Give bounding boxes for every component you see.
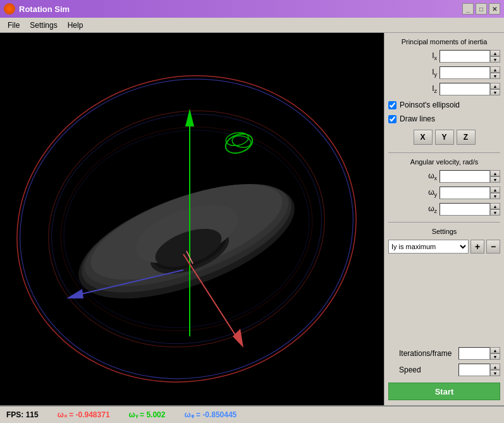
ix-down-btn[interactable]: ▼ (490, 56, 500, 63)
wz-up-btn[interactable]: ▲ (490, 203, 500, 209)
wy-input-group: 5.000000 ▲ ▼ (439, 187, 500, 199)
y-axis-button[interactable]: Y (435, 130, 454, 145)
title-bar: Rotation Sim _ □ ✕ (0, 0, 504, 18)
iy-input-group: 10.000000 ▲ ▼ (439, 66, 500, 79)
maximize-button[interactable]: □ (476, 3, 487, 15)
iz-row: Iz 5.000000 ▲ ▼ (388, 83, 500, 95)
wx-label: ωx (424, 171, 437, 181)
close-button[interactable]: ✕ (489, 3, 500, 15)
wz-down-btn[interactable]: ▼ (490, 209, 500, 216)
ix-spin-buttons: ▲ ▼ (490, 50, 500, 63)
omega-x-display: ωₓ = -0.948371 (58, 410, 110, 419)
x-axis-button[interactable]: X (414, 130, 433, 145)
iz-down-btn[interactable]: ▼ (490, 89, 500, 95)
app-icon (4, 3, 15, 15)
iy-row: Iy 10.000000 ▲ ▼ (388, 66, 500, 79)
poinsot-checkbox[interactable] (388, 101, 396, 109)
settings-section-label: Settings (388, 228, 500, 235)
minus-button[interactable]: − (486, 240, 500, 254)
moments-label: Principal moments of inertia (388, 38, 500, 46)
wz-spin-buttons: ▲ ▼ (490, 203, 500, 216)
wz-label: ωz (424, 204, 437, 214)
iz-spin-buttons: ▲ ▼ (490, 83, 500, 95)
minimize-button[interactable]: _ (462, 3, 474, 15)
fps-display: FPS: 115 (6, 410, 39, 419)
spacer (388, 259, 500, 345)
iterations-spin-buttons: ▲ ▼ (490, 347, 500, 360)
drawlines-row: Draw lines (388, 114, 500, 123)
iterations-down-btn[interactable]: ▼ (490, 353, 500, 360)
poinsot-row: Poinsot's ellipsoid (388, 101, 500, 109)
simulation-canvas (0, 33, 384, 405)
iz-up-btn[interactable]: ▲ (490, 83, 500, 89)
iy-up-btn[interactable]: ▲ (490, 66, 500, 73)
menu-help[interactable]: Help (63, 20, 89, 31)
menu-file[interactable]: File (3, 20, 25, 31)
wy-spin-buttons: ▲ ▼ (490, 187, 500, 199)
iz-input-group: 5.000000 ▲ ▼ (439, 83, 500, 95)
wx-down-btn[interactable]: ▼ (490, 176, 500, 183)
omega-y-display: ωᵧ = 5.002 (129, 410, 166, 419)
iy-down-btn[interactable]: ▼ (490, 73, 500, 79)
ix-input[interactable]: 1.000000 (439, 50, 490, 63)
speed-row: Speed 1.000 ▲ ▼ (388, 364, 500, 376)
speed-up-btn[interactable]: ▲ (490, 364, 500, 370)
speed-spin-buttons: ▲ ▼ (490, 364, 500, 376)
status-bar: FPS: 115 ωₓ = -0.948371 ωᵧ = 5.002 ωᵩ = … (0, 405, 504, 423)
window-title: Rotation Sim (19, 4, 70, 14)
wz-input-group: 0.900000 ▲ ▼ (439, 203, 500, 216)
iterations-row: Iterations/frame 1000 ▲ ▼ (388, 347, 500, 360)
speed-down-btn[interactable]: ▼ (490, 370, 500, 376)
drawlines-checkbox[interactable] (388, 115, 396, 123)
divider-1 (388, 152, 500, 153)
wx-input[interactable]: 0.800000 (439, 170, 490, 183)
wy-down-btn[interactable]: ▼ (490, 193, 500, 199)
iz-label: Iz (424, 84, 437, 94)
title-bar-left: Rotation Sim (4, 3, 70, 15)
iz-input[interactable]: 5.000000 (439, 83, 490, 95)
wy-row: ωy 5.000000 ▲ ▼ (388, 187, 500, 199)
title-bar-controls[interactable]: _ □ ✕ (462, 3, 500, 15)
ix-label: Ix (424, 51, 437, 61)
menu-settings[interactable]: Settings (25, 20, 62, 31)
settings-row: Iy is maximum + − (388, 240, 500, 254)
wx-up-btn[interactable]: ▲ (490, 170, 500, 176)
speed-input-group: 1.000 ▲ ▼ (458, 364, 500, 376)
wx-input-group: 0.800000 ▲ ▼ (439, 170, 500, 183)
settings-select[interactable]: Iy is maximum (388, 240, 469, 254)
start-button[interactable]: Start (388, 383, 500, 400)
iterations-up-btn[interactable]: ▲ (490, 347, 500, 353)
iy-spin-buttons: ▲ ▼ (490, 66, 500, 79)
iterations-label: Iterations/frame (399, 349, 456, 358)
speed-label: Speed (399, 365, 456, 374)
wz-input[interactable]: 0.900000 (439, 203, 490, 216)
wy-up-btn[interactable]: ▲ (490, 187, 500, 193)
menu-bar: File Settings Help (0, 18, 504, 33)
plus-button[interactable]: + (470, 240, 484, 254)
iterations-input[interactable]: 1000 (458, 347, 490, 360)
omega-z-display: ωᵩ = -0.850445 (184, 410, 237, 419)
speed-input[interactable]: 1.000 (458, 364, 490, 376)
ix-row: Ix 1.000000 ▲ ▼ (388, 50, 500, 63)
right-panel: Principal moments of inertia Ix 1.000000… (384, 33, 504, 405)
ix-input-group: 1.000000 ▲ ▼ (439, 50, 500, 63)
iterations-input-group: 1000 ▲ ▼ (458, 347, 500, 360)
axis-buttons: X Y Z (388, 130, 500, 145)
sim-svg (0, 33, 384, 405)
wz-row: ωz 0.900000 ▲ ▼ (388, 203, 500, 216)
wx-spin-buttons: ▲ ▼ (490, 170, 500, 183)
ix-up-btn[interactable]: ▲ (490, 50, 500, 56)
iy-label: Iy (424, 68, 437, 78)
wy-label: ωy (424, 188, 437, 198)
iy-input[interactable]: 10.000000 (439, 66, 490, 79)
wy-input[interactable]: 5.000000 (439, 187, 490, 199)
angular-label: Angular velocity, rad/s (388, 158, 500, 166)
divider-2 (388, 222, 500, 223)
wx-row: ωx 0.800000 ▲ ▼ (388, 170, 500, 183)
drawlines-label: Draw lines (400, 114, 435, 123)
main-content: Principal moments of inertia Ix 1.000000… (0, 33, 504, 405)
poinsot-label: Poinsot's ellipsoid (400, 101, 460, 109)
z-axis-button[interactable]: Z (457, 130, 476, 145)
